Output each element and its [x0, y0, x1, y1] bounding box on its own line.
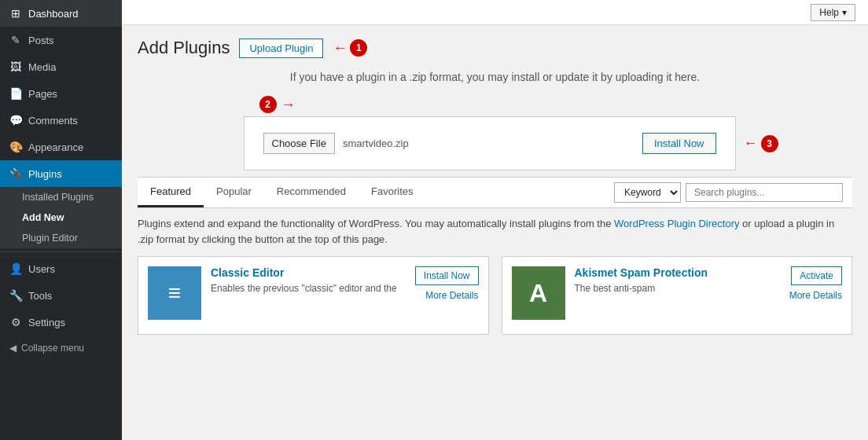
sidebar-item-label: Pages — [28, 88, 57, 100]
upload-description: If you have a plugin in a .zip format, y… — [138, 71, 852, 83]
akismet-more-link[interactable]: More Details — [789, 290, 842, 301]
classic-editor-install-button[interactable]: Install Now — [415, 266, 479, 285]
choose-file-button[interactable]: Choose File — [263, 133, 335, 154]
sidebar: ⊞ Dashboard ✎ Posts 🖼 Media 📄 Pages 💬 Co… — [0, 0, 122, 440]
plugin-card-classic-editor: ≡ Classic Editor Enables the previous "c… — [138, 256, 489, 335]
page-header: Add Plugins Upload Plugin ← 1 — [138, 38, 852, 58]
collapse-icon: ◀ — [9, 343, 17, 354]
posts-icon: ✎ — [9, 34, 22, 46]
sidebar-item-plugin-editor[interactable]: Plugin Editor — [0, 228, 122, 248]
upload-plugin-button[interactable]: Upload Plugin — [239, 38, 323, 58]
sidebar-item-label: Appearance — [28, 141, 83, 153]
plugin-directory-link[interactable]: WordPress Plugin Directory — [614, 218, 739, 229]
submenu-label: Add New — [22, 212, 64, 223]
akismet-name: Akismet Spam Protection — [575, 266, 780, 279]
search-input[interactable] — [686, 183, 843, 202]
sidebar-item-comments[interactable]: 💬 Comments — [0, 107, 122, 134]
sidebar-divider — [0, 251, 122, 252]
sidebar-item-label: Posts — [28, 35, 54, 46]
page-content: Add Plugins Upload Plugin ← 1 If you hav… — [122, 25, 868, 440]
users-icon: 👤 — [9, 262, 22, 275]
plugin-card-akismet: A Akismet Spam Protection The best anti-… — [502, 256, 853, 335]
sidebar-item-settings[interactable]: ⚙ Settings — [0, 309, 122, 336]
sidebar-item-appearance[interactable]: 🎨 Appearance — [0, 134, 122, 160]
keyword-select[interactable]: Keyword Author Tag — [614, 182, 681, 203]
sidebar-item-pages[interactable]: 📄 Pages — [0, 80, 122, 107]
sidebar-item-posts[interactable]: ✎ Posts — [0, 27, 122, 53]
sidebar-item-label: Tools — [28, 290, 52, 302]
tab-popular[interactable]: Popular — [204, 178, 264, 207]
annotation-2-row: 2 → — [212, 96, 778, 113]
sidebar-item-label: Users — [28, 263, 55, 275]
classic-editor-more-link[interactable]: More Details — [425, 290, 478, 301]
sidebar-item-installed-plugins[interactable]: Installed Plugins — [0, 187, 122, 207]
sidebar-item-add-new[interactable]: Add New — [0, 207, 122, 228]
circle-num-3: 3 — [761, 135, 778, 152]
page-title: Add Plugins — [138, 38, 230, 58]
help-button[interactable]: Help ▾ — [811, 4, 855, 21]
help-label: Help — [819, 7, 839, 18]
arrow-icon-2: → — [281, 97, 296, 113]
comments-icon: 💬 — [9, 114, 22, 126]
plugin-tabs: Featured Popular Recommended Favorites K… — [138, 177, 852, 208]
main-content: Help ▾ Add Plugins Upload Plugin ← 1 If … — [122, 0, 868, 440]
arrow-icon-3: ← — [744, 135, 758, 152]
sidebar-item-media[interactable]: 🖼 Media — [0, 53, 122, 80]
appearance-icon: 🎨 — [9, 141, 22, 153]
plugins-icon: 🔌 — [9, 167, 22, 180]
plugins-submenu: Installed Plugins Add New Plugin Editor — [0, 187, 122, 248]
settings-icon: ⚙ — [9, 316, 22, 328]
classic-editor-icon: ≡ — [148, 266, 201, 320]
tab-search-area: Keyword Author Tag — [605, 178, 852, 207]
sidebar-item-users[interactable]: 👤 Users — [0, 255, 122, 282]
install-now-button[interactable]: Install Now — [642, 133, 716, 154]
submenu-label: Plugin Editor — [22, 233, 78, 244]
plugin-intro-before: Plugins extend and expand the functional… — [138, 218, 614, 229]
classic-editor-desc: Enables the previous "classic" editor an… — [211, 282, 406, 295]
circle-num-2: 2 — [259, 96, 277, 113]
collapse-label: Collapse menu — [21, 343, 84, 354]
dashboard-icon: ⊞ — [9, 7, 22, 20]
sidebar-item-label: Comments — [28, 115, 78, 126]
plugin-intro: Plugins extend and expand the functional… — [138, 208, 852, 256]
classic-editor-actions: Install Now More Details — [415, 266, 479, 324]
tools-icon: 🔧 — [9, 289, 22, 302]
sidebar-item-tools[interactable]: 🔧 Tools — [0, 282, 122, 309]
sidebar-item-label: Plugins — [28, 168, 62, 180]
classic-editor-name: Classic Editor — [211, 266, 406, 279]
sidebar-item-label: Media — [28, 61, 56, 73]
sidebar-item-dashboard[interactable]: ⊞ Dashboard — [0, 0, 122, 27]
akismet-activate-button[interactable]: Activate — [791, 266, 842, 285]
plugin-cards: ≡ Classic Editor Enables the previous "c… — [138, 256, 852, 335]
media-icon: 🖼 — [9, 60, 22, 73]
topbar: Help ▾ — [122, 0, 868, 25]
sidebar-item-label: Dashboard — [28, 8, 79, 20]
arrow-icon-1: ← — [333, 40, 347, 57]
sidebar-item-label: Settings — [28, 317, 65, 328]
pages-icon: 📄 — [9, 87, 22, 100]
akismet-desc: The best anti-spam — [575, 282, 780, 295]
tab-featured[interactable]: Featured — [138, 178, 204, 207]
submenu-label: Installed Plugins — [22, 192, 94, 203]
annotation-3-row: ← 3 — [744, 135, 778, 152]
collapse-menu[interactable]: ◀ Collapse menu — [0, 336, 122, 361]
chevron-down-icon: ▾ — [842, 7, 847, 18]
file-name: smartvideo.zip — [343, 138, 409, 149]
tab-favorites[interactable]: Favorites — [359, 178, 425, 207]
upload-box: Choose File smartvideo.zip Install Now — [244, 116, 736, 170]
akismet-icon: A — [512, 266, 565, 320]
sidebar-item-plugins[interactable]: 🔌 Plugins — [0, 160, 122, 187]
akismet-info: Akismet Spam Protection The best anti-sp… — [575, 266, 780, 324]
upload-box-wrapper: Choose File smartvideo.zip Install Now ←… — [212, 116, 778, 170]
circle-num-1: 1 — [350, 39, 367, 57]
tab-recommended[interactable]: Recommended — [264, 178, 359, 207]
classic-editor-info: Classic Editor Enables the previous "cla… — [211, 266, 406, 324]
upload-box-left: Choose File smartvideo.zip — [263, 133, 409, 154]
annotation-1: ← 1 — [333, 39, 367, 57]
akismet-actions: Activate More Details — [789, 266, 842, 324]
